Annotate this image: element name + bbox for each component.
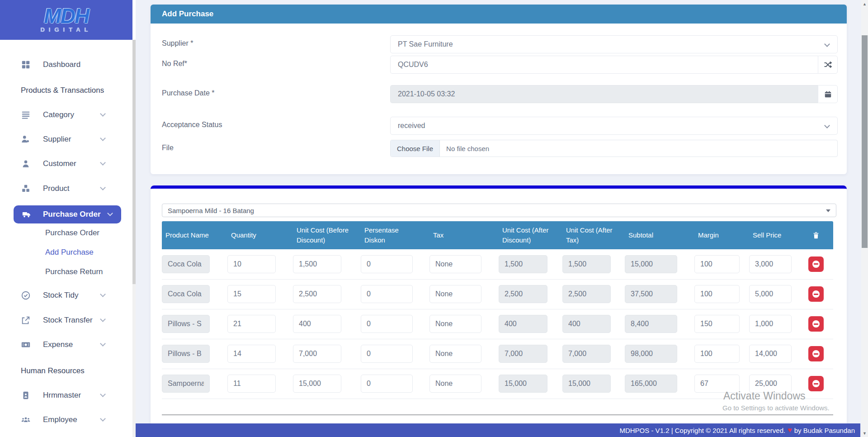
product-name-input[interactable] xyxy=(162,315,210,333)
chevron-down-icon xyxy=(100,316,106,322)
unit-cost-after-tax-input[interactable] xyxy=(562,315,611,333)
unit-cost-after-discount-input[interactable] xyxy=(499,285,547,303)
subtotal-input[interactable] xyxy=(625,255,677,273)
product-name-input[interactable] xyxy=(162,285,210,303)
unit-cost-before-input[interactable] xyxy=(293,345,341,363)
unit-cost-after-tax-input[interactable] xyxy=(562,375,611,393)
chevron-down-icon xyxy=(100,291,106,297)
unit-cost-after-tax-input[interactable] xyxy=(562,345,611,363)
sidebar-item-stock-tidy[interactable]: Stock Tidy xyxy=(0,285,131,305)
quantity-input[interactable] xyxy=(227,255,276,273)
product-name-input[interactable] xyxy=(162,375,210,393)
unit-cost-before-input[interactable] xyxy=(293,315,341,333)
activate-windows-watermark: Activate Windows xyxy=(723,390,806,402)
quantity-input[interactable] xyxy=(227,375,276,393)
sidebar-scrollbar-thumb[interactable] xyxy=(132,40,136,284)
sell-price-input[interactable] xyxy=(749,255,792,273)
sidebar-item-purchase-order[interactable]: Purchase Order xyxy=(14,205,121,223)
sidebar-item-hrmmaster[interactable]: Hrmmaster xyxy=(0,385,131,405)
supplier-person-icon xyxy=(21,134,31,144)
banknote-icon xyxy=(21,340,31,350)
remove-row-button[interactable] xyxy=(808,376,824,391)
remove-row-button[interactable] xyxy=(808,316,824,332)
sidebar-item-customer[interactable]: Customer xyxy=(0,154,131,174)
subtotal-input[interactable] xyxy=(625,375,677,393)
diskon-input[interactable] xyxy=(361,315,413,333)
product-search-select[interactable]: Sampoerna Mild - 16 Batang xyxy=(162,204,836,217)
supplier-select[interactable]: PT Sae Furniture xyxy=(390,35,838,53)
unit-cost-after-tax-input[interactable] xyxy=(562,255,611,273)
sell-price-input[interactable] xyxy=(749,345,792,363)
remove-row-button[interactable] xyxy=(808,286,824,302)
quantity-input[interactable] xyxy=(227,345,276,363)
sidebar-item-employee[interactable]: Employee xyxy=(0,410,131,430)
sell-price-input[interactable] xyxy=(749,285,792,303)
sidebar-item-supplier[interactable]: Supplier xyxy=(0,129,131,149)
remove-row-button[interactable] xyxy=(808,346,824,361)
tax-input[interactable] xyxy=(429,285,481,303)
diskon-input[interactable] xyxy=(361,255,413,273)
diskon-input[interactable] xyxy=(361,285,413,303)
acceptance-status-select[interactable]: received xyxy=(390,117,838,135)
unit-cost-after-discount-input[interactable] xyxy=(499,375,547,393)
subtotal-input[interactable] xyxy=(625,285,677,303)
tax-input[interactable] xyxy=(429,255,481,273)
margin-input[interactable] xyxy=(694,255,740,273)
table-row xyxy=(162,339,833,369)
choose-file-button[interactable]: Choose File xyxy=(391,140,440,157)
unit-cost-after-discount-input[interactable] xyxy=(499,255,547,273)
brand-logo[interactable]: MDH DIGITAL xyxy=(0,0,132,40)
scroll-up-arrow[interactable]: ▲ xyxy=(861,0,868,8)
col-persentase-diskon: Persentase Diskon xyxy=(361,221,429,249)
supplier-label: Supplier * xyxy=(162,35,390,53)
calendar-button[interactable] xyxy=(818,85,838,103)
col-delete xyxy=(808,221,833,249)
minus-circle-icon xyxy=(812,380,820,387)
scroll-down-arrow[interactable]: ▼ xyxy=(861,429,868,437)
tax-input[interactable] xyxy=(429,345,481,363)
margin-input[interactable] xyxy=(694,315,740,333)
unit-cost-before-input[interactable] xyxy=(293,255,341,273)
quantity-input[interactable] xyxy=(227,315,276,333)
generate-ref-button[interactable] xyxy=(818,56,838,74)
unit-cost-after-tax-input[interactable] xyxy=(562,285,611,303)
sidebar-label: Supplier xyxy=(43,135,71,144)
tax-input[interactable] xyxy=(429,315,481,333)
margin-input[interactable] xyxy=(694,345,740,363)
tax-input[interactable] xyxy=(429,375,481,393)
unit-cost-before-input[interactable] xyxy=(293,285,341,303)
page-scrollbar-thumb[interactable] xyxy=(862,35,868,248)
submenu-purchase-return[interactable]: Purchase Return xyxy=(45,264,103,280)
unit-cost-before-input[interactable] xyxy=(293,375,341,393)
purchase-date-input[interactable] xyxy=(390,85,818,103)
footer-credit: by Budak Pasundan xyxy=(794,427,855,434)
diskon-input[interactable] xyxy=(361,375,413,393)
remove-row-button[interactable] xyxy=(808,256,824,272)
sidebar-item-stock-transfer[interactable]: Stock Transfer xyxy=(0,310,131,330)
table-row xyxy=(162,249,833,279)
diskon-input[interactable] xyxy=(361,345,413,363)
minus-circle-icon xyxy=(812,290,820,298)
unit-cost-after-discount-input[interactable] xyxy=(499,315,547,333)
margin-input[interactable] xyxy=(694,285,740,303)
sidebar-item-expense[interactable]: Expense xyxy=(0,335,131,355)
no-ref-input[interactable] xyxy=(390,56,818,74)
id-badge-icon xyxy=(21,390,31,400)
product-name-input[interactable] xyxy=(162,255,210,273)
page-scrollbar[interactable]: ▲ ▼ xyxy=(861,0,868,437)
sidebar-item-product[interactable]: Product xyxy=(0,179,131,199)
subtotal-input[interactable] xyxy=(625,315,677,333)
product-name-input[interactable] xyxy=(162,345,210,363)
submenu-purchase-order[interactable]: Purchase Order xyxy=(45,225,99,241)
card-header: Add Purchase xyxy=(151,5,847,24)
col-unit-cost-before: Unit Cost (Before Discount) xyxy=(293,221,361,249)
file-input[interactable]: Choose File No file chosen xyxy=(390,140,838,157)
subtotal-input[interactable] xyxy=(625,345,677,363)
unit-cost-after-discount-input[interactable] xyxy=(499,345,547,363)
quantity-input[interactable] xyxy=(227,285,276,303)
chevron-down-icon xyxy=(100,135,106,141)
sell-price-input[interactable] xyxy=(749,315,792,333)
sidebar-item-dashboard[interactable]: Dashboard xyxy=(0,55,131,75)
sidebar-item-category[interactable]: Category xyxy=(0,105,131,125)
submenu-add-purchase[interactable]: Add Purchase xyxy=(45,244,94,261)
